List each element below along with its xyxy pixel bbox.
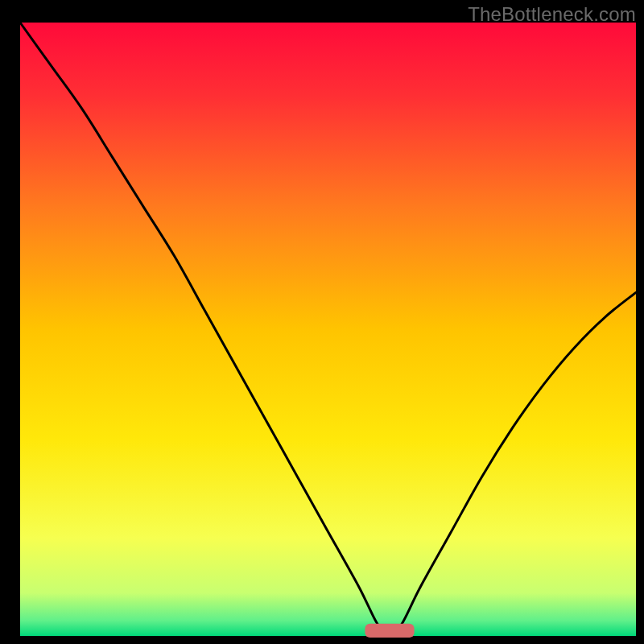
optimum-marker xyxy=(365,624,414,638)
plot-background xyxy=(20,23,636,636)
watermark-text: TheBottleneck.com xyxy=(468,3,636,26)
bottleneck-chart xyxy=(0,0,644,644)
chart-frame: TheBottleneck.com xyxy=(0,0,644,644)
